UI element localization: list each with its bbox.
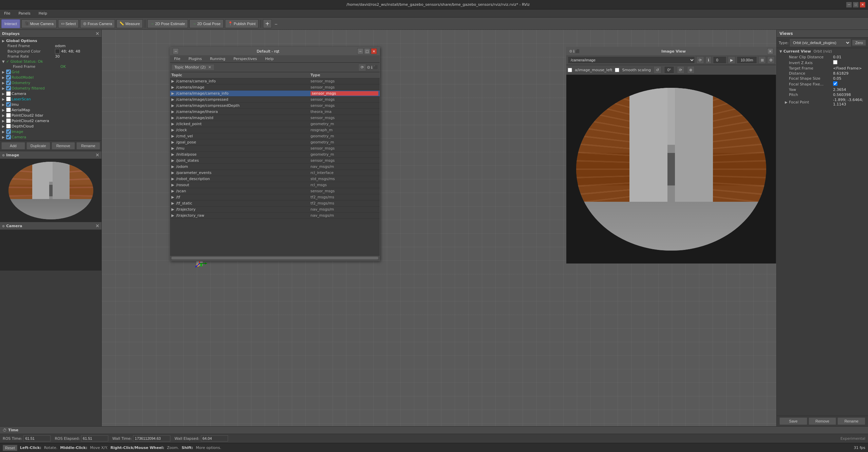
topic-row-0[interactable]: ▶ /camera/camera_info sensor_msgs [170, 78, 380, 84]
target-frame-value[interactable]: <Fixed Frame> [833, 66, 865, 71]
duplicate-display-button[interactable]: Duplicate [26, 142, 50, 150]
topic-row-4[interactable]: ▶ /camera/image/compressedDepth sensor_m… [170, 103, 380, 109]
rqt-refresh-btn[interactable]: ⟳ [358, 64, 366, 71]
ros-time-input[interactable] [23, 435, 51, 441]
camera-checkbox[interactable] [6, 91, 11, 96]
views-save-button[interactable]: Save [779, 417, 807, 425]
topic-row-5[interactable]: ▶ /camera/image/theora theora_ima [170, 109, 380, 115]
iv-mouse-checkbox[interactable] [568, 68, 572, 72]
camera2-item[interactable]: ▶ Camera [1, 134, 101, 140]
focal-size-value[interactable]: 0.05 [833, 76, 865, 81]
more-tools-button[interactable]: – [273, 20, 279, 27]
topic-row-3[interactable]: ▶ /camera/image/compressed sensor_msgs [170, 97, 380, 103]
frame-rate-value[interactable]: 30 [55, 54, 60, 59]
robot-model-checkbox[interactable] [6, 75, 11, 80]
rqt-min-btn[interactable]: ─ [357, 48, 363, 54]
topic-row-20[interactable]: ▶ /tf_static tf2_msgs/ms [170, 200, 380, 207]
fixed-frame-value[interactable]: odom [55, 44, 65, 48]
iv-settings-icon[interactable]: ⚙ [569, 49, 572, 54]
pitch-value[interactable]: 0.560398 [833, 93, 865, 97]
odometry-checkbox[interactable] [6, 80, 11, 85]
views-rename-button[interactable]: Rename [837, 417, 865, 425]
measure-button[interactable]: 📏 Measure [116, 19, 143, 28]
reset-button[interactable]: Reset [3, 445, 17, 451]
iv-flip-btn[interactable]: ⟳ [677, 66, 684, 74]
focal-fixed-checkbox[interactable] [833, 81, 837, 86]
center-3d-view[interactable]: ─ Default - rqt ─ □ ✕ File Plugins Runni… [102, 30, 776, 426]
pointcloud2-camera-checkbox[interactable] [6, 118, 11, 123]
iv-play-btn[interactable]: ▶ [728, 56, 735, 64]
goal-pose-button[interactable]: → 2D Goal Pose [189, 19, 223, 28]
robot-model-item[interactable]: ▶ RobotModel [1, 75, 101, 80]
yaw-value[interactable]: 2.3654 [833, 87, 865, 92]
odometry-filtered-checkbox[interactable] [6, 86, 11, 91]
iv-refresh-btn[interactable]: ⟳ [696, 56, 704, 64]
wall-time-input[interactable] [133, 435, 170, 441]
rqt-topic-monitor-tab[interactable]: Topic Monitor (2) ✕ [171, 64, 214, 71]
rqt-max-btn[interactable]: □ [364, 48, 370, 54]
select-button[interactable]: ▭ Select [58, 19, 79, 28]
pointcloud2-lidar-checkbox[interactable] [6, 113, 11, 118]
rqt-stop-icon[interactable]: ⬛ [373, 65, 378, 70]
rqt-tab-close[interactable]: ✕ [208, 65, 211, 70]
iv-stop-icon[interactable]: ⬛ [575, 49, 580, 54]
remove-display-button[interactable]: Remove [52, 142, 75, 150]
iv-grid-btn[interactable]: ⊞ [758, 56, 766, 64]
focus-camera-button[interactable]: ◎ Focus Camera [80, 19, 115, 28]
camera2-checkbox[interactable] [6, 135, 11, 139]
camera-item[interactable]: ▶ Camera [1, 91, 101, 96]
menu-file[interactable]: File [1, 11, 13, 16]
rqt-window-controls-left[interactable]: ─ [173, 48, 179, 54]
rqt-menu-perspectives[interactable]: Perspectives [231, 56, 260, 62]
odometry-filtered-item[interactable]: ▶ Odometry filtered [1, 85, 101, 91]
pose-estimate-button[interactable]: → 2D Pose Estimate [147, 19, 188, 28]
topic-row-1[interactable]: ▶ /camera/image sensor_msgs [170, 84, 380, 91]
topic-row-11[interactable]: ▶ /imu sensor_msgs [170, 145, 380, 152]
close-button[interactable]: ✕ [860, 2, 865, 7]
rqt-menu-plugins[interactable]: Plugins [186, 56, 204, 62]
topic-row-12[interactable]: ▶ /initialpose geometry_m [170, 152, 380, 158]
add-tool-button[interactable]: + [263, 19, 272, 28]
laser-scan-item[interactable]: ▶ LaserScan [1, 96, 101, 102]
iv-angle-input[interactable] [664, 66, 674, 74]
rqt-horizontal-scrollbar[interactable] [170, 255, 380, 261]
views-zero-button[interactable]: Zero [852, 40, 866, 46]
imu-checkbox[interactable] [6, 102, 11, 107]
image-panel-close[interactable]: ✕ [95, 152, 99, 158]
iv-zoom-btn[interactable]: ⊕ [687, 66, 695, 74]
pointcloud2-lidar-item[interactable]: ▶ PointCloud2 lidar [1, 113, 101, 118]
interact-button[interactable]: Interact [1, 19, 20, 28]
topic-row-15[interactable]: ▶ /parameter_events rcl_interface [170, 170, 380, 176]
invert-z-checkbox[interactable] [833, 60, 837, 64]
topic-row-18[interactable]: ▶ /scan sensor_msgs [170, 188, 380, 194]
laser-scan-checkbox[interactable] [6, 97, 11, 101]
imu-item[interactable]: ▶ Imu [1, 102, 101, 107]
topic-row-8[interactable]: ▶ /clock rosgraph_m [170, 127, 380, 133]
topic-row-2[interactable]: ▶ /camera/image/camera_info sensor_msgs [170, 91, 380, 97]
views-remove-button[interactable]: Remove [809, 417, 836, 425]
image-checkbox[interactable] [6, 129, 11, 134]
aerial-map-item[interactable]: ▶ AerialMap [1, 107, 101, 113]
add-display-button[interactable]: Add [1, 142, 25, 150]
iv-smooth-checkbox[interactable] [615, 68, 619, 72]
rename-display-button[interactable]: Rename [76, 142, 100, 150]
global-status-item[interactable]: ▼ ✓ Global Status: Ok [1, 59, 101, 64]
global-options-item[interactable]: ▶ Global Options [1, 38, 101, 43]
topic-row-7[interactable]: ▶ /clicked_point geometry_m [170, 121, 380, 127]
topic-row-9[interactable]: ▶ /cmd_vel geometry_m [170, 133, 380, 139]
iv-close-btn[interactable]: ✕ [767, 48, 773, 54]
topic-row-6[interactable]: ▶ /camera/image/zstd sensor_msgs [170, 115, 380, 121]
topic-row-22[interactable]: ▶ /trajectory_raw nav_msgs/m [170, 213, 380, 219]
iv-topic-select[interactable]: /camera/image [568, 56, 695, 64]
topic-row-21[interactable]: ▶ /trajectory nav_msgs/m [170, 207, 380, 213]
rqt-menu-help[interactable]: Help [262, 56, 276, 62]
topic-row-10[interactable]: ▶ /goal_pose geometry_m [170, 139, 380, 145]
rqt-info-icon[interactable]: ℹ [371, 65, 373, 70]
maximize-button[interactable]: □ [853, 2, 858, 7]
depth-cloud-item[interactable]: ▶ DepthCloud [1, 123, 101, 129]
focal-point-expand[interactable]: ▶ [785, 100, 789, 104]
iv-info-btn[interactable]: ℹ [705, 56, 712, 64]
topic-row-16[interactable]: ▶ /robot_description std_msgs/ms [170, 176, 380, 182]
move-camera-button[interactable]: 🎥 Move Camera [21, 19, 57, 28]
rqt-minimize[interactable]: ─ [173, 48, 179, 54]
